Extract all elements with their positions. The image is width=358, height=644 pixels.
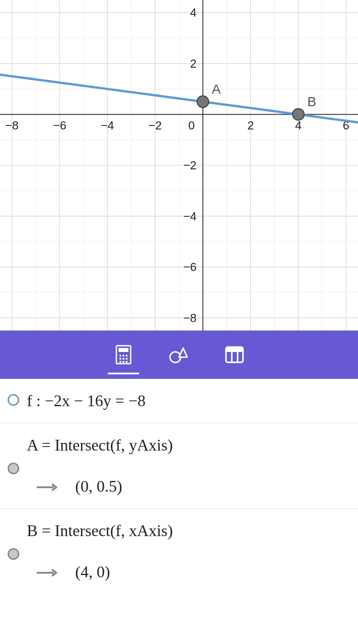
- svg-rect-43: [119, 348, 128, 352]
- point-label-A: A: [212, 82, 221, 96]
- svg-text:−8: −8: [5, 119, 19, 132]
- calculator-icon: [114, 345, 133, 365]
- coordinate-plane[interactable]: −8−6−4−20246 −8−6−4−224 AB: [0, 0, 358, 331]
- svg-text:0: 0: [188, 119, 195, 132]
- svg-text:−2: −2: [183, 159, 197, 172]
- arrow-icon: [36, 563, 57, 580]
- svg-text:2: 2: [247, 119, 254, 132]
- svg-text:−8: −8: [183, 311, 197, 325]
- arrow-icon: [36, 478, 57, 495]
- active-tab-indicator: [108, 373, 139, 374]
- svg-text:4: 4: [190, 6, 196, 19]
- svg-point-45: [123, 355, 124, 356]
- point-B[interactable]: [293, 108, 304, 120]
- svg-point-50: [119, 361, 121, 363]
- point-A[interactable]: [197, 96, 209, 107]
- visibility-toggle-A[interactable]: [8, 463, 19, 474]
- svg-text:−6: −6: [183, 260, 197, 274]
- view-toolbar: [0, 331, 358, 379]
- algebra-view[interactable]: f : −2x − 16y = −8 A = Intersect(f, yAxi…: [0, 379, 358, 594]
- svg-text:−4: −4: [101, 119, 114, 132]
- table-icon: [225, 345, 244, 365]
- svg-point-51: [123, 361, 124, 363]
- svg-point-48: [123, 358, 124, 360]
- visibility-toggle-f[interactable]: [8, 394, 19, 406]
- shapes-icon: [169, 345, 189, 365]
- y-tick-labels: −8−6−4−224: [183, 6, 197, 324]
- svg-text:4: 4: [295, 119, 301, 132]
- expression-A-def: A = Intersect(f, yAxis): [27, 436, 350, 455]
- expression-A-val: (0, 0.5): [75, 477, 122, 496]
- expression-B-val: (4, 0): [75, 562, 110, 581]
- tools-tab[interactable]: [169, 345, 189, 365]
- svg-point-49: [126, 358, 128, 360]
- x-tick-labels: −8−6−4−20246: [5, 119, 349, 132]
- expression-B-def: B = Intersect(f, xAxis): [27, 521, 350, 540]
- algebra-tab[interactable]: [114, 345, 133, 365]
- svg-text:2: 2: [190, 57, 196, 70]
- svg-text:−2: −2: [149, 119, 162, 132]
- algebra-row-B[interactable]: B = Intersect(f, xAxis) (4, 0): [0, 509, 358, 594]
- svg-point-44: [119, 355, 121, 356]
- svg-point-52: [126, 361, 128, 363]
- table-tab[interactable]: [225, 345, 244, 365]
- svg-point-46: [126, 355, 128, 356]
- svg-text:−4: −4: [183, 210, 197, 223]
- algebra-row-f[interactable]: f : −2x − 16y = −8: [0, 379, 358, 423]
- algebra-row-A[interactable]: A = Intersect(f, yAxis) (0, 0.5): [0, 423, 358, 509]
- point-label-B: B: [307, 94, 316, 109]
- graph-view[interactable]: −8−6−4−20246 −8−6−4−224 AB: [0, 0, 358, 331]
- svg-rect-55: [226, 347, 243, 352]
- svg-text:−6: −6: [53, 119, 67, 132]
- expression-f: f : −2x − 16y = −8: [27, 391, 350, 410]
- svg-point-47: [119, 358, 121, 360]
- visibility-toggle-B[interactable]: [8, 548, 19, 560]
